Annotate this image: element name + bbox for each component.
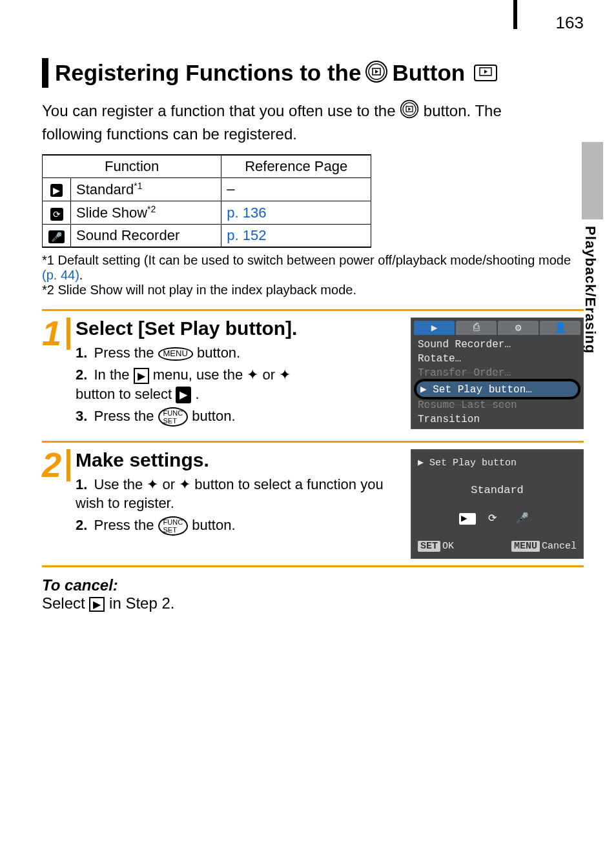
shot-row: Transition (411, 412, 583, 427)
shot-tab-icon: ⎙ (456, 321, 497, 335)
table-row: ▶ Standard*1 – (43, 177, 371, 201)
shot-title: ▶ Set Play button (418, 456, 577, 469)
shot-tab-icon: 👤 (540, 321, 580, 335)
th-function: Function (43, 155, 221, 178)
standard-icon: ▶ (89, 597, 105, 612)
footnote-1: *1 Default setting (It can be used to sw… (42, 253, 584, 283)
intro-line1b: button. The (424, 102, 502, 119)
left-arrow-icon: ✦ (147, 476, 158, 492)
shot-row: Resume Last seen (411, 398, 583, 412)
down-arrow-icon: ✦ (279, 367, 291, 383)
page-title: Registering Functions to the Button (42, 58, 584, 88)
shot-cancel: MENUCancel (511, 541, 577, 552)
svg-marker-3 (375, 70, 378, 74)
table-row: 🎤 Sound Recorder p. 152 (43, 225, 371, 248)
shot-tab-play-icon: ▶ (414, 321, 455, 335)
cell-ref-link[interactable]: p. 136 (221, 201, 371, 225)
footnote-2: *2 Slide Show will not play in the index… (42, 283, 584, 298)
cell-ref-link[interactable]: p. 152 (221, 225, 371, 248)
svg-marker-5 (484, 70, 488, 74)
shot-ok: SETOK (418, 541, 454, 552)
shot-row: Transfer Order… (411, 366, 583, 380)
step-item: 3. Press the FUNCSET button. (76, 407, 404, 427)
right-arrow-icon: ✦ (179, 476, 190, 492)
step-item: 1. Use the ✦ or ✦ button to select a fun… (76, 475, 404, 513)
crop-mark (513, 0, 517, 29)
step-number: 2 (42, 449, 72, 559)
func-set-button-icon: FUNCSET (158, 516, 189, 536)
table-row: ⟳ Slide Show*2 p. 136 (43, 201, 371, 225)
cell-sup: *1 (134, 181, 142, 191)
page-ref-link[interactable]: (p. 44) (42, 268, 79, 282)
step-1: 1 Select [Set Play button]. 1. Press the… (42, 309, 584, 429)
svg-marker-9 (408, 108, 411, 111)
step-item: 2. In the ▶ menu, use the ✦ or ✦ button … (76, 365, 404, 403)
play-button-icon (365, 60, 388, 86)
standard-icon: ▶ (50, 184, 63, 197)
slideshow-icon: ⟳ (50, 208, 63, 221)
title-accent-bar (42, 58, 48, 88)
shot-value: Standard (418, 484, 577, 496)
screenshot-menu: ▶ ⎙ ⚙ 👤 Sound Recorder… Rotate… Transfer… (411, 318, 584, 429)
cell-label: Sound Recorder (76, 227, 180, 243)
section-tab: Playback/Erasing (582, 142, 603, 452)
intro-line1a: You can register a function that you oft… (42, 102, 400, 119)
menu-button-icon: MENU (158, 347, 193, 360)
title-text-prefix: Registering Functions to the (55, 60, 361, 86)
cancel-heading: To cancel: (42, 576, 584, 594)
shot-tab-icon: ⚙ (498, 321, 539, 335)
playback-menu-icon: ▶ (134, 368, 149, 385)
cancel-section: To cancel: Select ▶ in Step 2. (42, 576, 584, 612)
functions-table: Function Reference Page ▶ Standard*1 – ⟳… (42, 154, 371, 248)
play-button-icon (400, 99, 419, 124)
step-number: 1 (42, 318, 72, 429)
intro-paragraph: You can register a function that you oft… (42, 99, 584, 145)
playback-mode-icon (474, 65, 497, 81)
steps-divider (42, 565, 584, 567)
step-title: Select [Set Play button]. (76, 318, 404, 339)
title-text-suffix: Button (392, 60, 465, 86)
cell-ref: – (221, 177, 371, 201)
screenshot-set-play: ▶ Set Play button Standard ▶ ⟳ 🎤 SETOK M… (411, 449, 584, 559)
section-tab-marker (582, 142, 603, 219)
sound-recorder-icon: 🎤 (48, 230, 65, 243)
set-play-icon: ▶ (176, 387, 191, 403)
func-set-button-icon: FUNCSET (158, 407, 189, 427)
shot-row: Sound Recorder… (411, 338, 583, 352)
section-tab-label: Playback/Erasing (582, 226, 599, 354)
shot-row-highlighted: ▶ Set Play button… (414, 379, 580, 399)
step-title: Make settings. (76, 449, 404, 471)
step-item: 2. Press the FUNCSET button. (76, 516, 404, 536)
shot-option-icons: ▶ ⟳ 🎤 (418, 512, 577, 525)
th-reference: Reference Page (221, 155, 371, 178)
intro-line2: following functions can be registered. (42, 125, 297, 143)
cancel-text: Select ▶ in Step 2. (42, 594, 584, 612)
page-number: 163 (556, 13, 584, 33)
cell-label: Slide Show (76, 205, 147, 221)
footnotes: *1 Default setting (It can be used to sw… (42, 253, 584, 298)
shot-row: Rotate… (411, 352, 583, 366)
step-2: 2 Make settings. 1. Use the ✦ or ✦ butto… (42, 441, 584, 559)
cell-label: Standard (76, 181, 134, 197)
up-arrow-icon: ✦ (247, 367, 258, 383)
cell-sup: *2 (147, 204, 156, 214)
step-item: 1. Press the MENU button. (76, 343, 404, 363)
